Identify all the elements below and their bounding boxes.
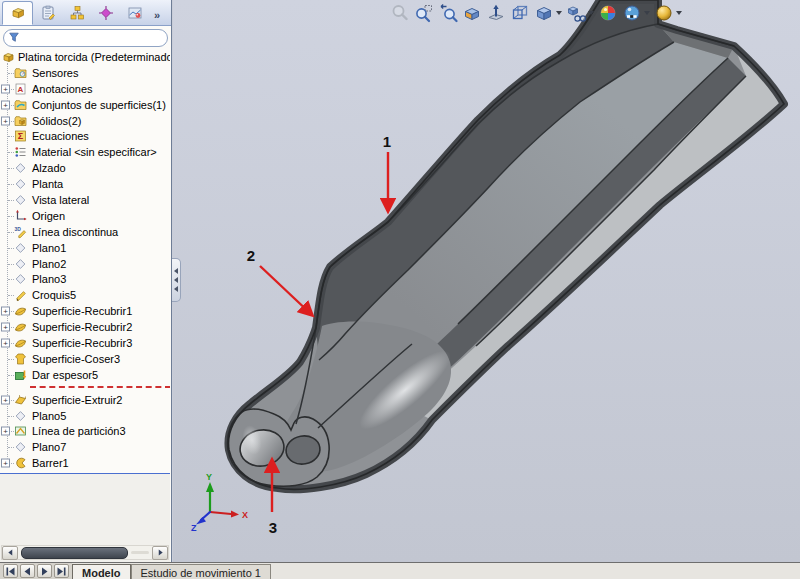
expand-toggle-icon[interactable]: + — [1, 459, 10, 468]
zoom-to-area-icon[interactable] — [413, 3, 434, 23]
tree-item-plano1[interactable]: Plano1 — [0, 240, 170, 256]
previous-tab-button[interactable] — [20, 564, 35, 578]
panel-tabs-overflow-button[interactable]: » — [154, 9, 160, 21]
scroll-right-icon[interactable] — [152, 546, 168, 560]
loft-icon — [14, 336, 27, 349]
display-style-icon[interactable] — [533, 3, 554, 23]
dropdown-caret-icon[interactable] — [676, 11, 682, 15]
previous-view-icon[interactable] — [437, 3, 458, 23]
plane-icon — [14, 257, 27, 270]
filter-input[interactable] — [20, 31, 167, 45]
orientation-triad: Y X Z — [191, 472, 248, 533]
panel-splitter-handle[interactable] — [172, 258, 181, 302]
tree-item-conjuntos-de-superficies-1[interactable]: +Conjuntos de superficies(1) — [0, 97, 170, 113]
graphics-area[interactable]: 1 2 3 Y X Z — [173, 0, 800, 562]
expand-toggle-icon[interactable]: + — [1, 307, 10, 316]
scroll-left-icon[interactable] — [2, 546, 18, 560]
tree-item-barrer1[interactable]: +Barrer1 — [0, 455, 170, 471]
tree-item-plano5[interactable]: Plano5 — [0, 408, 170, 424]
plane-icon — [14, 241, 27, 254]
heads-up-toolbar — [389, 3, 682, 23]
expand-toggle-icon[interactable]: + — [1, 427, 10, 436]
tree-horizontal-scrollbar[interactable] — [1, 545, 169, 560]
tree-item-superficie-extruir2[interactable]: +Superficie-Extruir2 — [0, 392, 170, 408]
normal-to-icon[interactable] — [485, 3, 506, 23]
expand-toggle-icon[interactable]: + — [1, 338, 10, 347]
tab-label: Modelo — [82, 567, 121, 579]
section-view-icon[interactable] — [461, 3, 482, 23]
collapse-arrow-icon — [174, 286, 178, 292]
model-canvas[interactable]: 1 2 3 Y X Z — [173, 0, 800, 562]
tree-item-línea-discontinua[interactable]: 3DLínea discontinua — [0, 224, 170, 240]
tab-estudio-de-movimiento-1[interactable]: Estudio de movimiento 1 — [131, 564, 271, 579]
tab-nav-buttons — [0, 563, 72, 579]
tree-item-label: Croquis5 — [32, 289, 76, 301]
next-tab-button[interactable] — [37, 564, 52, 578]
tree-item-dar-espesor5[interactable]: Dar espesor5 — [0, 367, 170, 383]
tree-item-ecuaciones[interactable]: ΣEcuaciones — [0, 128, 170, 144]
tree-item-label: Superficie-Recubrir2 — [32, 321, 132, 333]
tree-item-plano7[interactable]: Plano7 — [0, 439, 170, 455]
expand-toggle-icon[interactable]: + — [1, 100, 10, 109]
first-tab-button[interactable] — [3, 564, 18, 578]
tree-item-línea-de-partición3[interactable]: +Línea de partición3 — [0, 423, 170, 439]
tree-item-label: Plano3 — [32, 273, 66, 285]
tree-item-label: Superficie-Recubrir3 — [32, 337, 132, 349]
apply-scene-icon[interactable] — [621, 3, 642, 23]
dropdown-caret-icon[interactable] — [588, 11, 594, 15]
expand-toggle-icon[interactable]: + — [1, 323, 10, 332]
configurationmanager-icon — [69, 5, 85, 23]
tree-item-platina-torcida-predeterminado[interactable]: Platina torcida (Predeterminado<< — [0, 49, 170, 65]
featuremanager-tree-icon — [10, 4, 26, 22]
tree-item-superficie-recubrir2[interactable]: +Superficie-Recubrir2 — [0, 319, 170, 335]
zoom-to-fit-icon[interactable] — [389, 3, 410, 23]
tree-item-planta[interactable]: Planta — [0, 176, 170, 192]
tree-item-vista-lateral[interactable]: Vista lateral — [0, 192, 170, 208]
tab-featuremanager-tree[interactable] — [2, 1, 33, 25]
tree-item-croquis5[interactable]: Croquis5 — [0, 287, 170, 303]
scrollbar-track[interactable] — [131, 551, 149, 554]
tree-item-label: Sensores — [32, 67, 78, 79]
expand-toggle-icon[interactable]: + — [1, 116, 10, 125]
tab-propertymanager[interactable] — [33, 3, 62, 25]
tree-item-superficie-recubrir1[interactable]: +Superficie-Recubrir1 — [0, 303, 170, 319]
tab-displaymanager[interactable] — [120, 3, 149, 25]
thicken-icon — [14, 368, 27, 381]
tree-item-label: Planta — [32, 178, 63, 190]
tree-item-label: Línea discontinua — [32, 226, 118, 238]
tree-item-alzado[interactable]: Alzado — [0, 160, 170, 176]
tree-item-label: Material <sin especificar> — [32, 146, 157, 158]
tab-configurationmanager[interactable] — [62, 3, 91, 25]
tree-item-sólidos-2[interactable]: +Sólidos(2) — [0, 113, 170, 129]
edit-appearance-icon[interactable] — [597, 3, 618, 23]
tree-item-material-sin-especificar[interactable]: Material <sin especificar> — [0, 144, 170, 160]
dropdown-caret-icon[interactable] — [556, 11, 562, 15]
tree-item-origen[interactable]: Origen — [0, 208, 170, 224]
hide-show-items-icon[interactable] — [565, 3, 586, 23]
tree-item-plano2[interactable]: Plano2 — [0, 256, 170, 272]
tree-item-label: Dar espesor5 — [32, 369, 98, 381]
origin-icon — [14, 209, 27, 222]
rollback-bar[interactable] — [0, 383, 170, 392]
view-orientation-icon[interactable] — [509, 3, 530, 23]
part-platina-torcida[interactable] — [228, 0, 784, 489]
tree-item-superficie-recubrir3[interactable]: +Superficie-Recubrir3 — [0, 335, 170, 351]
tree-item-plano3[interactable]: Plano3 — [0, 271, 170, 287]
tree-item-anotaciones[interactable]: +AAnotaciones — [0, 81, 170, 97]
last-tab-button[interactable] — [54, 564, 69, 578]
tree-item-superficie-coser3[interactable]: Superficie-Coser3 — [0, 351, 170, 367]
tree-item-sensores[interactable]: Sensores — [0, 65, 170, 81]
expand-toggle-icon[interactable]: + — [1, 84, 10, 93]
expand-toggle-icon[interactable]: + — [1, 395, 10, 404]
tab-dimxpertmanager[interactable] — [91, 3, 120, 25]
tree-item-label: Barrer1 — [32, 457, 69, 469]
scrollbar-thumb[interactable] — [21, 547, 128, 559]
triad-y-label: Y — [206, 472, 212, 482]
filter-funnel-icon — [8, 31, 20, 45]
tab-modelo[interactable]: Modelo — [72, 564, 131, 579]
bottom-tabs: ModeloEstudio de movimiento 1 — [72, 563, 271, 579]
view-settings-icon[interactable] — [653, 3, 674, 23]
dropdown-caret-icon[interactable] — [644, 11, 650, 15]
plane-icon — [14, 409, 27, 422]
callout-label-1: 1 — [383, 133, 391, 150]
